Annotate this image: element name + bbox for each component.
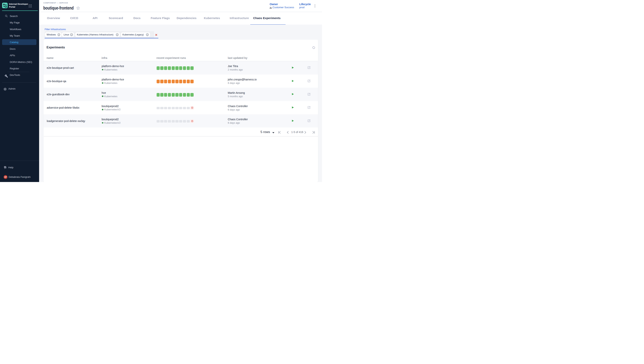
svg-text:?: ?: [5, 166, 6, 168]
